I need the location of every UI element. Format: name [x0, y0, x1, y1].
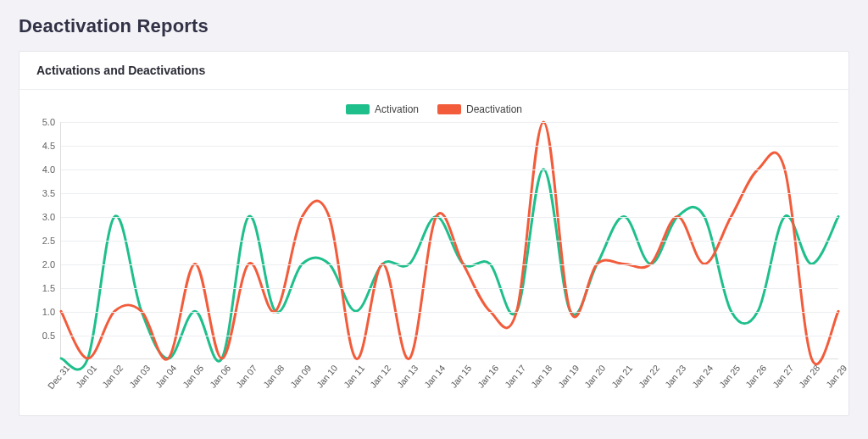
y-tick-label: 2.5 — [42, 236, 55, 246]
legend-label-activation: Activation — [375, 103, 419, 115]
gridline — [61, 217, 838, 218]
legend-item-deactivation[interactable]: Deactivation — [437, 103, 522, 115]
x-axis: Dec 31Jan 01Jan 02Jan 03Jan 04Jan 05Jan … — [60, 359, 838, 407]
gridline — [61, 288, 838, 289]
y-tick-label: 4.0 — [42, 164, 55, 175]
swatch-deactivation — [437, 104, 461, 114]
gridline — [61, 169, 838, 170]
legend-label-deactivation: Deactivation — [466, 103, 522, 115]
chart-card: Activations and Deactivations Activation… — [19, 51, 849, 416]
series-line-deactivation — [61, 122, 838, 364]
card-header: Activations and Deactivations — [19, 52, 849, 90]
chart-block: Activation Deactivation 0.51.01.52.02.53… — [19, 90, 849, 415]
page-title: Deactivation Reports — [19, 15, 849, 37]
y-tick-label: 5.0 — [42, 117, 55, 127]
y-tick-label: 2.0 — [42, 259, 55, 270]
y-axis: 0.51.01.52.02.53.03.54.04.55.0 — [30, 122, 60, 359]
chart-legend: Activation Deactivation — [30, 103, 838, 115]
y-tick-label: 1.0 — [42, 307, 55, 317]
gridline — [61, 312, 838, 313]
swatch-activation — [346, 104, 370, 114]
gridline — [61, 336, 838, 336]
gridline — [61, 241, 838, 242]
y-tick-label: 4.5 — [42, 141, 55, 151]
y-tick-label: 0.5 — [42, 331, 55, 341]
y-tick-label: 1.5 — [42, 283, 55, 293]
gridline — [61, 193, 838, 194]
gridline — [61, 122, 838, 123]
legend-item-activation[interactable]: Activation — [346, 103, 419, 115]
y-tick-label: 3.0 — [42, 212, 55, 222]
card-title: Activations and Deactivations — [36, 64, 832, 77]
y-tick-label: 3.5 — [42, 188, 55, 198]
series-line-activation — [61, 169, 838, 370]
gridline — [61, 146, 838, 147]
plot-area — [60, 122, 838, 359]
gridline — [61, 264, 838, 265]
